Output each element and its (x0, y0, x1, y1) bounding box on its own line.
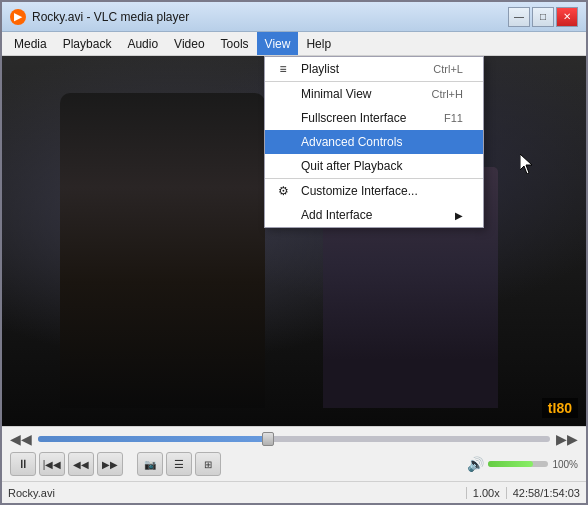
view-dropdown-menu: ≡ Playlist Ctrl+L Minimal View Ctrl+H Fu… (264, 56, 484, 228)
window-controls: — □ ✕ (508, 7, 578, 27)
watermark: tI80 (542, 398, 578, 418)
menu-item-advanced-controls[interactable]: Advanced Controls (265, 130, 483, 154)
menu-item-customize-label: Customize Interface... (301, 184, 418, 198)
menu-item-minimal-view[interactable]: Minimal View Ctrl+H (265, 82, 483, 106)
menu-item-fullscreen-label: Fullscreen Interface (301, 111, 406, 125)
progress-track[interactable] (38, 436, 550, 442)
watermark-text: tI80 (548, 400, 572, 416)
customize-icon: ⚙ (273, 184, 293, 198)
menu-audio[interactable]: Audio (119, 32, 166, 55)
menu-item-add-interface[interactable]: Add Interface ▶ (265, 203, 483, 227)
menu-playback[interactable]: Playback (55, 32, 120, 55)
figure-left (60, 93, 264, 408)
menu-item-fullscreen[interactable]: Fullscreen Interface F11 (265, 106, 483, 130)
volume-fill (488, 461, 533, 467)
volume-area: 🔊 100% (467, 456, 578, 472)
menu-video[interactable]: Video (166, 32, 212, 55)
menu-help[interactable]: Help (298, 32, 339, 55)
skip-forward-icon[interactable]: ▶▶ (556, 431, 578, 447)
volume-icon[interactable]: 🔊 (467, 456, 484, 472)
menu-item-fullscreen-shortcut: F11 (444, 112, 463, 124)
progress-bar-area: ◀◀ ▶▶ (2, 427, 586, 449)
menu-item-playlist-label: Playlist (301, 62, 339, 76)
menu-item-playlist-shortcut: Ctrl+L (433, 63, 463, 75)
vlc-window: ▶ Rocky.avi - VLC media player — □ ✕ Med… (0, 0, 588, 505)
menu-item-quit-after-label: Quit after Playback (301, 159, 402, 173)
progress-fill (38, 436, 268, 442)
close-button[interactable]: ✕ (556, 7, 578, 27)
menu-bar: Media Playback Audio Video Tools View He… (2, 32, 586, 56)
volume-bar[interactable] (488, 461, 548, 467)
menu-view[interactable]: View (257, 32, 299, 55)
playlist-icon: ≡ (273, 62, 293, 76)
snapshot-button[interactable]: 📷 (137, 452, 163, 476)
control-buttons: ⏸ |◀◀ ◀◀ ▶▶ 📷 ☰ ⊞ 🔊 100% (2, 449, 586, 481)
status-speed: 1.00x (466, 487, 507, 499)
menu-tools[interactable]: Tools (213, 32, 257, 55)
menu-media[interactable]: Media (6, 32, 55, 55)
pause-button[interactable]: ⏸ (10, 452, 36, 476)
fast-forward-button[interactable]: ▶▶ (97, 452, 123, 476)
app-icon: ▶ (10, 9, 26, 25)
status-filename: Rocky.avi (8, 487, 460, 499)
status-time: 42:58/1:54:03 (513, 487, 580, 499)
video-area: ≡ Playlist Ctrl+L Minimal View Ctrl+H Fu… (2, 56, 586, 426)
title-bar: ▶ Rocky.avi - VLC media player — □ ✕ (2, 2, 586, 32)
menu-item-quit-after[interactable]: Quit after Playback (265, 154, 483, 179)
window-title: Rocky.avi - VLC media player (32, 10, 508, 24)
maximize-button[interactable]: □ (532, 7, 554, 27)
menu-item-playlist[interactable]: ≡ Playlist Ctrl+L (265, 57, 483, 82)
skip-back-icon[interactable]: ◀◀ (10, 431, 32, 447)
menu-item-customize[interactable]: ⚙ Customize Interface... (265, 179, 483, 203)
volume-label: 100% (552, 459, 578, 470)
bottom-controls: ◀◀ ▶▶ ⏸ |◀◀ ◀◀ ▶▶ 📷 ☰ ⊞ 🔊 100% (2, 426, 586, 481)
minimize-button[interactable]: — (508, 7, 530, 27)
extended-settings-button[interactable]: ⊞ (195, 452, 221, 476)
menu-item-add-interface-label: Add Interface (301, 208, 372, 222)
menu-item-minimal-view-label: Minimal View (301, 87, 371, 101)
progress-thumb[interactable] (262, 432, 274, 446)
prev-chapter-button[interactable]: |◀◀ (39, 452, 65, 476)
playlist-view-button[interactable]: ☰ (166, 452, 192, 476)
submenu-arrow-icon: ▶ (455, 210, 463, 221)
rewind-button[interactable]: ◀◀ (68, 452, 94, 476)
menu-item-minimal-shortcut: Ctrl+H (432, 88, 463, 100)
status-bar: Rocky.avi 1.00x 42:58/1:54:03 (2, 481, 586, 503)
menu-item-advanced-label: Advanced Controls (301, 135, 402, 149)
